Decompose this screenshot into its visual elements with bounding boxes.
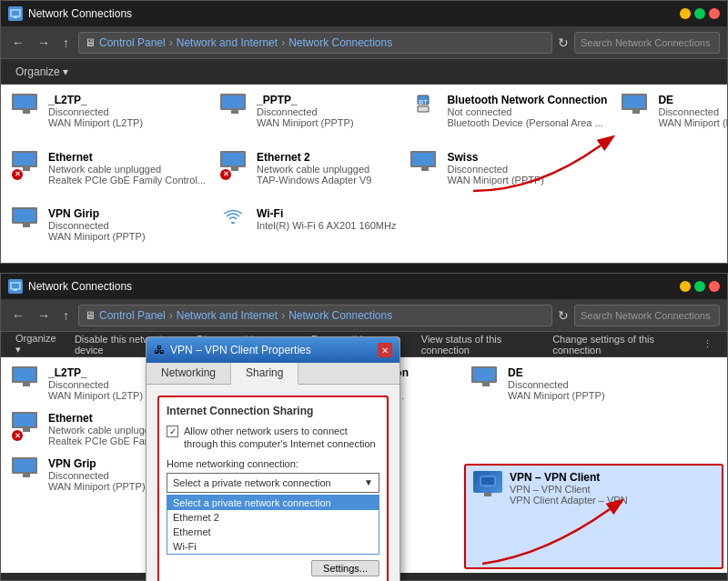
breadcrumb-part3[interactable]: Network Connections: [288, 36, 392, 49]
top-network-connections-window: Network Connections ← → ↑ 🖥 Control Pane…: [0, 0, 728, 264]
vpn-girip-icon-top: [12, 207, 41, 236]
bottom-back-button[interactable]: ←: [8, 306, 28, 325]
breadcrumb-sep1: ›: [169, 36, 173, 49]
bottom-title-bar: Network Connections: [1, 274, 727, 299]
window-controls: [680, 8, 720, 19]
top-toolbar: Organize ▾: [1, 59, 727, 85]
breadcrumb: 🖥 Control Panel › Network and Internet ›…: [78, 32, 552, 54]
refresh-button[interactable]: ↻: [558, 35, 569, 50]
vpn-girip-info-top: VPN Girip Disconnected WAN Miniport (PPT…: [48, 207, 206, 242]
dropdown-selected-value: Select a private network connection: [173, 477, 364, 488]
settings-button[interactable]: Settings...: [311, 560, 379, 576]
dropdown-option-2[interactable]: Ethernet: [167, 525, 379, 539]
list-item[interactable]: DE Disconnected WAN Miniport (PPTP): [614, 88, 727, 145]
up-button[interactable]: ↑: [59, 34, 73, 52]
dropdown-option-1[interactable]: Ethernet 2: [167, 510, 379, 525]
forward-button[interactable]: →: [34, 34, 54, 52]
dialog-close-button[interactable]: ✕: [378, 343, 392, 357]
svg-rect-0: [11, 10, 20, 16]
swiss-info-top: Swiss Disconnected WAN Miniport (PPTP): [447, 151, 607, 185]
list-item[interactable]: ✕ Ethernet 2 Network cable unplugged TAP…: [213, 145, 403, 203]
swiss-icon-top: [410, 151, 440, 180]
vpn-properties-dialog: 🖧 VPN – VPN Client Properties ✕ Networki…: [146, 336, 400, 581]
dialog-title-bar: 🖧 VPN – VPN Client Properties ✕: [147, 337, 399, 363]
list-item[interactable]: BT Bluetooth Network Connection Not conn…: [403, 88, 614, 145]
home-network-dropdown[interactable]: Select a private network connection ▼: [167, 473, 379, 493]
bottom-window-controls: [680, 281, 720, 292]
internet-connection-sharing-section: Internet Connection Sharing Allow other …: [157, 396, 389, 581]
top-address-bar: ← → ↑ 🖥 Control Panel › Network and Inte…: [1, 26, 727, 59]
bottom-search-box[interactable]: Search Network Connections: [574, 305, 720, 326]
list-item[interactable]: DE Disconnected WAN Miniport (PPTP): [464, 361, 723, 464]
pptp-icon: [220, 94, 249, 123]
home-net-label: Home networking connection:: [167, 458, 379, 469]
list-item[interactable]: Wi-Fi Intel(R) Wi-Fi 6 AX201 160MHz: [213, 202, 403, 259]
organize-button[interactable]: Organize ▾: [8, 64, 76, 80]
list-item[interactable]: VPN – VPN Client VPN – VPN Client VPN Cl…: [464, 464, 723, 570]
window-icon: [8, 6, 23, 21]
bottom-maximize-button[interactable]: [694, 281, 705, 292]
bottom-breadcrumb: 🖥 Control Panel › Network and Internet ›…: [78, 305, 552, 326]
ethernet2-icon-top: ✕: [220, 151, 249, 180]
close-button[interactable]: [709, 8, 720, 19]
dropdown-arrow-icon: ▼: [364, 477, 373, 487]
ethernet-error-badge: ✕: [12, 430, 23, 441]
dropdown-list: Select a private network connection Ethe…: [167, 495, 379, 555]
svg-rect-5: [231, 222, 235, 224]
dialog-title-text: VPN – VPN Client Properties: [170, 344, 372, 356]
dropdown-option-3[interactable]: Wi-Fi: [167, 539, 379, 554]
minimize-button[interactable]: [680, 8, 691, 19]
vpn-client-info-bot: VPN – VPN Client VPN – VPN Client VPN Cl…: [510, 471, 714, 506]
tab-networking[interactable]: Networking: [147, 363, 231, 384]
allow-sharing-checkbox[interactable]: [167, 426, 178, 437]
view-status-button[interactable]: View status of this connection: [414, 332, 543, 357]
ethernet-icon-bot: ✕: [12, 412, 41, 441]
list-item[interactable]: _L2TP_ Disconnected WAN Miniport (L2TP): [5, 88, 213, 145]
bottom-breadcrumb-part2[interactable]: Network and Internet: [177, 309, 278, 322]
ethernet-info-top: Ethernet Network cable unplugged Realtek…: [48, 151, 206, 185]
bottom-up-button[interactable]: ↑: [59, 306, 73, 325]
bottom-close-button[interactable]: [709, 281, 720, 292]
bottom-breadcrumb-icon: 🖥: [85, 309, 96, 322]
dialog-icon: 🖧: [154, 344, 165, 356]
breadcrumb-part2[interactable]: Network and Internet: [177, 36, 278, 49]
back-button[interactable]: ←: [8, 34, 28, 52]
bottom-search-placeholder: Search Network Connections: [581, 310, 710, 321]
list-item[interactable]: ✕ Ethernet Network cable unplugged Realt…: [5, 145, 213, 203]
bluetooth-info: Bluetooth Network Connection Not connect…: [447, 94, 607, 128]
bottom-breadcrumb-sep2: ›: [281, 309, 285, 322]
allow-sharing-row: Allow other network users to connect thr…: [167, 425, 379, 451]
error-badge: ✕: [12, 169, 23, 180]
list-item[interactable]: Swiss Disconnected WAN Miniport (PPTP): [403, 145, 614, 203]
bottom-minimize-button[interactable]: [680, 281, 691, 292]
bottom-breadcrumb-sep1: ›: [169, 309, 173, 322]
change-settings-button[interactable]: Change settings of this connection: [545, 332, 693, 357]
svg-text:BT: BT: [419, 98, 428, 106]
error-badge: ✕: [220, 169, 231, 180]
de-info-bot: DE Disconnected WAN Miniport (PPTP): [508, 366, 716, 401]
maximize-button[interactable]: [694, 8, 705, 19]
tab-sharing[interactable]: Sharing: [231, 363, 298, 385]
bottom-organize-button[interactable]: Organize ▾: [8, 331, 66, 357]
bottom-refresh-button[interactable]: ↻: [558, 308, 569, 323]
top-title-bar: Network Connections: [1, 1, 727, 26]
home-network-dropdown-container: Select a private network connection ▼ Se…: [167, 473, 379, 555]
svg-rect-1: [14, 16, 17, 18]
bottom-breadcrumb-part1[interactable]: Control Panel: [99, 309, 166, 322]
more-button[interactable]: ⋮: [695, 336, 720, 352]
list-item[interactable]: _PPTP_ Disconnected WAN Miniport (PPTP): [213, 88, 403, 145]
dialog-tabs: Networking Sharing: [147, 363, 399, 385]
bottom-forward-button[interactable]: →: [34, 306, 54, 325]
svg-rect-8: [14, 289, 17, 291]
bottom-address-bar: ← → ↑ 🖥 Control Panel › Network and Inte…: [1, 299, 727, 332]
breadcrumb-part1[interactable]: Control Panel: [99, 36, 166, 49]
search-box[interactable]: Search Network Connections: [574, 32, 720, 54]
de-icon: [622, 94, 651, 123]
bottom-breadcrumb-part3[interactable]: Network Connections: [288, 309, 392, 322]
de-info: DE Disconnected WAN Miniport (PPTP): [658, 94, 727, 128]
bottom-window-icon: [8, 279, 23, 294]
dropdown-option-0[interactable]: Select a private network connection: [167, 496, 379, 510]
list-item[interactable]: VPN Girip Disconnected WAN Miniport (PPT…: [5, 202, 213, 259]
l2tp-info: _L2TP_ Disconnected WAN Miniport (L2TP): [48, 94, 206, 128]
l2tp-icon-bot: [12, 366, 41, 396]
